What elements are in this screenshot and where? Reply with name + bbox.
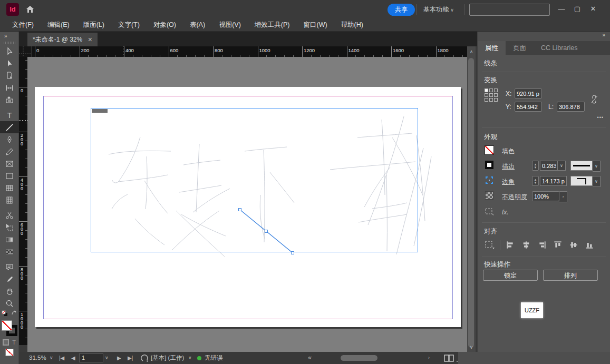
first-page-icon[interactable]: |◀ [59,352,64,364]
preflight-profile[interactable]: [基本] (工作) [151,352,184,364]
formatting-affects-text-icon[interactable]: T [12,339,16,346]
stroke-type-control[interactable]: ∨ [570,161,601,172]
horizontal-scroll-thumb[interactable] [341,355,377,361]
gradient-swatch-tool[interactable] [0,233,19,245]
constrain-proportions-broken-link-icon[interactable] [590,95,598,105]
canvas-pasteboard[interactable] [27,57,467,352]
indesign-logo[interactable]: Id [6,3,19,16]
scissors-tool[interactable] [0,209,19,221]
stroke-type-dropdown-icon[interactable]: ∨ [593,161,601,172]
line-tool[interactable] [0,121,19,133]
share-button[interactable]: 共享 [388,4,415,16]
y-value-field[interactable] [515,102,542,112]
vertical-ruler[interactable]: 02 0 04 0 06 0 08 0 01 0 0 0 [19,57,27,345]
selected-line-object[interactable] [35,87,461,327]
x-value-field[interactable] [515,88,542,99]
menu-item-4[interactable]: 对象(O) [147,21,183,29]
opacity-link[interactable]: 不透明度 [502,193,527,202]
opacity-field[interactable] [532,191,559,201]
scroll-down-icon[interactable]: ∨ [467,345,476,350]
panel-grip[interactable] [4,42,15,44]
gradient-feather-tool[interactable] [0,245,19,258]
stroke-link[interactable]: 描边 [502,162,515,171]
next-page-icon[interactable]: ▶ [117,352,121,364]
menu-item-6[interactable]: 视图(V) [212,21,248,29]
pencil-tool[interactable] [0,145,19,158]
corner-style-control[interactable]: ∨ [570,176,601,187]
vertical-scroll-thumb[interactable] [468,58,474,348]
align-right-icon[interactable] [536,239,548,251]
selection-tool[interactable] [0,45,19,57]
menu-item-1[interactable]: 编辑(E) [41,21,76,29]
search-input[interactable] [469,4,550,16]
frame-tool[interactable] [0,158,19,170]
menu-item-2[interactable]: 版面(L) [76,21,111,29]
fx-effects-icon[interactable]: fx. [502,209,509,216]
horizontal-scrollbar[interactable]: ‹ › [306,353,437,362]
page-curl-icon[interactable] [141,352,149,364]
opacity-expand-icon[interactable]: › [559,191,567,202]
zoom-dropdown-icon[interactable]: ∨ [50,352,53,364]
formatting-affects-container-icon[interactable] [3,339,9,346]
document-tab[interactable]: *未命名-1 @ 32%✕ [27,33,98,46]
stroke-stepper[interactable]: ▲▼ [532,161,539,171]
page-tool[interactable] [0,70,19,82]
transform-more-options-icon[interactable]: ••• [597,115,604,120]
tab-cc-libraries[interactable]: CC Libraries [534,41,585,55]
align-to-selection-icon[interactable] [484,239,496,251]
horizontal-grid-tool[interactable] [0,182,19,194]
maximize-button[interactable]: ▢ [570,2,584,16]
ruler-origin-box[interactable] [19,46,32,57]
swap-fill-stroke-icon[interactable] [11,310,17,318]
minimize-button[interactable]: — [555,2,568,16]
hand-tool[interactable] [0,285,19,297]
align-bottom-icon[interactable] [584,239,595,251]
zoom-level[interactable]: 31.5% [29,352,46,364]
align-left-icon[interactable] [505,239,516,251]
panel-collapse-icon[interactable]: » [602,32,605,38]
align-center-vertical-icon[interactable] [568,239,579,251]
apply-none-swatch[interactable] [5,349,14,356]
eyedropper-tool[interactable] [0,273,19,285]
object-states-icon[interactable] [485,208,493,217]
menu-item-8[interactable]: 窗口(W) [296,21,334,29]
corner-style-dropdown-icon[interactable]: ∨ [593,176,601,187]
scroll-left-icon[interactable]: ‹ [308,352,309,364]
fill-color-swatch-none[interactable] [485,145,494,155]
note-tool[interactable] [0,261,19,273]
menu-item-0[interactable]: 文件(F) [5,21,41,29]
corner-link[interactable]: 边角 [502,178,515,186]
tab-close-icon[interactable]: ✕ [88,36,92,43]
last-page-icon[interactable]: ▶| [128,352,133,364]
previous-page-icon[interactable]: ◀ [71,352,75,364]
menu-item-7[interactable]: 增效工具(P) [248,21,297,29]
fill-swatch-none[interactable] [2,320,12,331]
close-button[interactable]: ✕ [586,2,600,16]
stroke-weight-field[interactable] [540,161,558,171]
lock-button[interactable]: 锁定 [483,270,538,281]
tab-properties[interactable]: 属性 [478,41,506,55]
reference-point-proxy[interactable] [485,88,498,102]
direct-selection-tool[interactable] [0,57,19,70]
corner-size-field[interactable] [540,176,567,186]
home-icon[interactable] [25,5,35,16]
horizontal-ruler[interactable]: 020040060080010001200140016001800 [32,46,467,57]
page[interactable] [35,87,461,327]
stroke-color-swatch[interactable] [485,161,493,169]
free-transform-tool[interactable] [0,221,19,233]
scroll-right-icon[interactable]: › [428,352,430,364]
spread-view-icon[interactable] [444,354,454,364]
align-center-horizontal-icon[interactable] [520,239,532,251]
align-top-icon[interactable] [552,239,564,251]
vertical-scrollbar[interactable]: ∧ ∨ [467,46,476,352]
default-fill-stroke-icon[interactable] [2,310,8,318]
rectangle-tool[interactable] [0,170,19,182]
type-tool[interactable]: T [0,109,19,121]
menu-item-3[interactable]: 文字(T) [111,21,147,29]
vertical-grid-tool[interactable] [0,194,19,206]
workspace-menu[interactable]: 基本功能 ∨ [423,5,454,14]
arrange-button[interactable]: 排列 [543,270,598,281]
zoom-tool[interactable] [0,297,19,309]
stroke-weight-dropdown-icon[interactable]: ∨ [558,161,566,171]
scroll-up-icon[interactable]: ∧ [467,49,476,54]
